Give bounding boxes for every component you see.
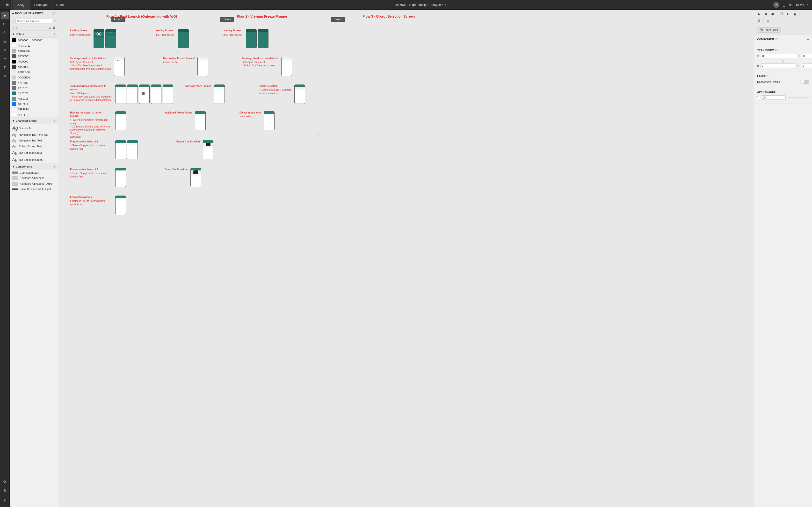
opacity-input[interactable] xyxy=(761,95,785,100)
opacity-slider[interactable] xyxy=(788,97,809,98)
char-style-tab-green[interactable]: Ag Tab Bar Text (Green) xyxy=(10,156,58,163)
color-item-ccced3[interactable]: #CCCED3 xyxy=(10,75,58,80)
color-item-adb3bc[interactable]: #ADB3BC xyxy=(10,48,58,54)
keyboard-alphabetic-auto-item[interactable]: Keyboard Alphabetic - Auto . xyxy=(10,181,58,187)
flow2-row5-screens[interactable] xyxy=(203,140,213,159)
assets-collapse-icon[interactable]: ◀ xyxy=(12,12,14,15)
flow1-row1-screens[interactable]: ⬡ xyxy=(94,29,116,48)
ellipse-tool-button[interactable] xyxy=(1,29,9,37)
canvas-area[interactable]: Flow 1 Flow 2 Flow 3 Flow 1 - First Laun… xyxy=(58,10,754,507)
zoom-search-button[interactable] xyxy=(1,478,9,486)
screen-frame[interactable] xyxy=(178,29,189,48)
screen-frame[interactable] xyxy=(151,84,161,104)
tab-prototype[interactable]: Prototype xyxy=(30,0,52,10)
align-right-edge-button[interactable] xyxy=(770,11,775,17)
screen-frame[interactable] xyxy=(114,57,125,76)
search-input[interactable] xyxy=(15,18,52,23)
sort-icon[interactable] xyxy=(16,26,19,30)
screen-frame[interactable] xyxy=(191,168,201,187)
flow1-row5-screens[interactable] xyxy=(115,140,138,159)
screen-frame[interactable] xyxy=(264,111,274,130)
x-input[interactable] xyxy=(802,54,812,58)
char-style-nav-bar[interactable]: Ag Navigation Bar Text xyxy=(10,137,58,144)
screen-frame[interactable] xyxy=(127,84,138,104)
title-dropdown-icon[interactable]: ▼ xyxy=(445,3,447,6)
component-228-item[interactable]: Component 228 xyxy=(10,170,58,175)
screen-frame[interactable] xyxy=(203,140,213,159)
screen-frame[interactable] xyxy=(115,111,126,130)
home-button[interactable] xyxy=(3,0,12,10)
y-input[interactable] xyxy=(801,63,812,68)
screen-frame[interactable] xyxy=(197,57,208,76)
keyboard-alphabetic-item[interactable]: Keyboard Alphabetic xyxy=(10,175,58,181)
flow2-row3-screens[interactable] xyxy=(214,84,225,104)
screen-frame[interactable] xyxy=(115,168,126,187)
color-item-000000[interactable]: #000000 xyxy=(10,59,58,64)
add-color-button[interactable]: + xyxy=(53,32,55,36)
flow3-row3-screens[interactable] xyxy=(294,84,305,104)
w-input[interactable] xyxy=(761,54,797,58)
text-tool-button[interactable]: T xyxy=(1,64,9,71)
filter-icon[interactable] xyxy=(12,26,15,30)
select-tool-button[interactable] xyxy=(1,12,9,19)
color-item-f9f9f9[interactable]: #F9F9F9 xyxy=(10,107,58,112)
layout-info-icon[interactable]: ⓘ xyxy=(769,74,771,78)
list-view-icon[interactable] xyxy=(48,26,51,30)
char-style-speech-text[interactable]: Ag Speech Text xyxy=(10,124,58,132)
color-item-000000-double[interactable]: #000000 ... #000000 xyxy=(10,38,58,43)
screen-frame[interactable] xyxy=(163,84,173,104)
lock-icon[interactable] xyxy=(782,60,785,62)
flow3-row4-screens[interactable] xyxy=(264,111,274,130)
color-item-ebedf0[interactable]: #EBEDF0 xyxy=(10,69,58,75)
color-item-3a3b3d[interactable]: #3A3B3D xyxy=(10,64,58,69)
zoom-level[interactable]: 10.5% xyxy=(796,3,804,6)
share-assets-icon[interactable] xyxy=(52,12,55,15)
flow1-row7-screens[interactable] xyxy=(115,195,126,215)
line-tool-button[interactable] xyxy=(1,46,9,54)
rectangle-tool-button[interactable] xyxy=(1,20,9,28)
triangle-tool-button[interactable] xyxy=(1,38,9,45)
char-style-splash[interactable]: Ag Splash Screen Text xyxy=(10,144,58,149)
flow2-row4-screens[interactable] xyxy=(195,111,206,130)
align-top-edge-button[interactable] xyxy=(779,11,784,17)
screen-frame[interactable] xyxy=(214,84,225,104)
screen-frame[interactable] xyxy=(139,84,150,104)
opacity-checkbox[interactable] xyxy=(757,96,760,99)
char-style-nav-time[interactable]: Ag Navigation Bar Time Text xyxy=(10,132,58,137)
color-item-50555c[interactable]: #50555C xyxy=(10,54,58,59)
play-button[interactable] xyxy=(789,3,793,7)
color-item-ffffff[interactable]: #FFFFFF xyxy=(10,112,58,117)
screen-frame[interactable] xyxy=(258,29,268,48)
plugins-button[interactable] xyxy=(1,496,9,504)
screen-frame[interactable]: ⬡ xyxy=(105,29,116,48)
distribute-horizontal-button[interactable] xyxy=(801,11,807,17)
grid-view-icon[interactable] xyxy=(52,26,56,30)
char-styles-section-header[interactable]: ▼ Character Styles + xyxy=(10,117,58,124)
flow3-label[interactable]: Flow 3 xyxy=(331,17,345,22)
add-component-instance-button[interactable]: + xyxy=(807,37,809,42)
align-bottom-edge-button[interactable] xyxy=(792,11,798,17)
face-id-item[interactable]: Face ID Successful - Light xyxy=(10,187,58,191)
align-left-edge-button[interactable] xyxy=(756,11,762,17)
responsive-resize-toggle[interactable] xyxy=(800,80,809,84)
flow1-row4-screens[interactable] xyxy=(115,111,126,130)
screen-frame[interactable] xyxy=(115,195,126,215)
flow2-row1-screens[interactable] xyxy=(178,29,189,48)
component-info-icon[interactable]: ⓘ xyxy=(775,38,778,41)
h-input[interactable] xyxy=(760,63,797,68)
add-component-button[interactable]: + xyxy=(53,165,55,169)
color-item-6b9396[interactable]: #6B9396 xyxy=(10,96,58,101)
color-item-707070[interactable]: #707070 xyxy=(10,86,58,91)
colors-section-header[interactable]: ▼ Colors + xyxy=(10,31,58,38)
flow1-label[interactable]: Flow 1 xyxy=(111,17,125,22)
color-item-787880[interactable]: #787880 xyxy=(10,80,58,86)
color-item-247478[interactable]: #247478 xyxy=(10,91,58,96)
layers-button[interactable] xyxy=(1,487,9,495)
components-section-header[interactable]: ▼ Components + xyxy=(10,163,58,170)
flow2-row6-screens[interactable] xyxy=(191,168,201,187)
more-align-options-button[interactable] xyxy=(765,18,771,24)
tab-share[interactable]: Share xyxy=(52,0,68,10)
align-horizontal-center-button[interactable] xyxy=(763,11,769,17)
screen-frame[interactable] xyxy=(127,140,138,159)
color-item-007aff[interactable]: #007AFF xyxy=(10,101,58,107)
